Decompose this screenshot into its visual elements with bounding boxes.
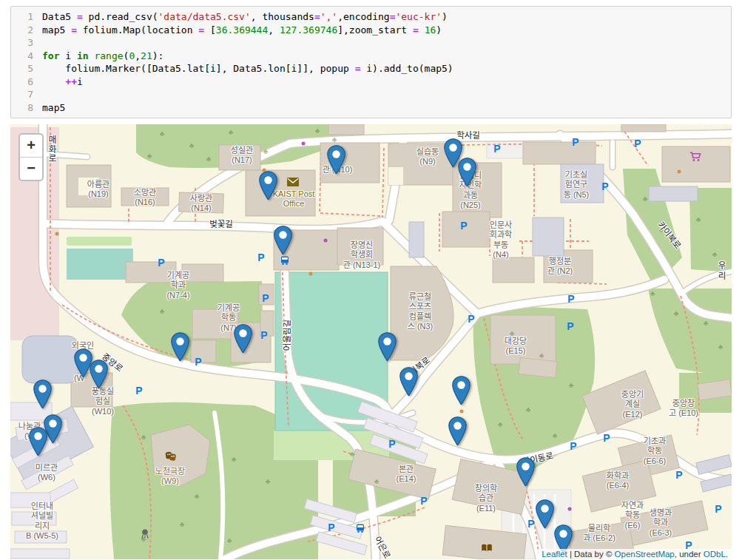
leaflet-link[interactable]: Leaflet: [542, 550, 567, 559]
building-label: KAIST Post Office: [273, 189, 315, 209]
tree-icon: ♣: [206, 155, 212, 163]
poi-dot-icon: [678, 170, 681, 174]
building-label: 생명과 학과 (E6-3): [650, 508, 672, 538]
building-label: 성실관 (N17): [231, 146, 253, 166]
tree-icon: ♣: [141, 433, 146, 441]
building-label: 기계공 학과 (N7-4): [166, 271, 189, 300]
tree-icon: ♣: [195, 492, 200, 500]
building-label: 사랑관 (N14): [190, 194, 212, 214]
tree-icon: ♣: [232, 455, 237, 463]
building-label: 장영신 학생회 관 (N13-1): [343, 240, 380, 270]
tree-icon: ♣: [165, 468, 170, 476]
parking-icon: P: [601, 181, 608, 192]
poi-dot-icon: [324, 239, 328, 243]
tree-icon: ♣: [526, 405, 531, 414]
code-line: 6 ++i: [11, 75, 731, 89]
mail-icon: [287, 178, 299, 186]
map-marker[interactable]: [259, 171, 277, 204]
cart-icon: [689, 152, 701, 162]
map-marker[interactable]: [516, 457, 535, 490]
parking-icon: P: [158, 257, 164, 269]
tree-icon: ♣: [230, 309, 235, 317]
map-marker[interactable]: [452, 376, 471, 409]
bus-icon: [355, 523, 365, 533]
building-label: 아름관 (N19): [87, 180, 109, 200]
book-icon: [481, 544, 493, 553]
map-marker[interactable]: [234, 324, 252, 357]
tree-icon: ♣: [539, 351, 544, 360]
map-marker[interactable]: [29, 427, 47, 460]
parking-icon: P: [675, 469, 682, 481]
map-marker[interactable]: [458, 158, 476, 191]
parking-icon: P: [388, 438, 395, 450]
parking-icon: P: [195, 356, 201, 368]
map-marker[interactable]: [274, 226, 292, 259]
parking-icon: P: [420, 495, 427, 507]
building-label: 인문사 회과학 부동 (N4): [490, 220, 512, 260]
map-marker[interactable]: [399, 367, 418, 400]
notebook-page: 1Data5 = pd.read_csv('data/data5.csv', t…: [0, 0, 742, 560]
map-marker[interactable]: [33, 379, 52, 413]
poi-dot-icon: [460, 410, 464, 414]
parking-icon: P: [572, 136, 579, 148]
road-label: 어은로: [372, 535, 392, 559]
poi-dot-icon: [568, 507, 572, 511]
building-label: 물리학 과 (E6-2): [583, 524, 615, 544]
tree-icon: ♣: [498, 420, 503, 428]
map-marker[interactable]: [327, 145, 345, 178]
notebook-code-cell[interactable]: 1Data5 = pd.read_csv('data/data5.csv', t…: [10, 6, 732, 118]
tree-icon: ♣: [315, 126, 320, 135]
zoom-out-button[interactable]: −: [20, 158, 42, 180]
building-label: 류근철 스포츠 컴플렉 스 (N3): [408, 292, 434, 332]
code-line: 7: [11, 88, 731, 101]
tree-icon: ♣: [332, 135, 337, 144]
map-marker[interactable]: [536, 499, 554, 533]
parking-icon: P: [460, 220, 467, 232]
zoom-in-button[interactable]: +: [20, 135, 42, 158]
map-overlays: 학사길매화로벚꽃길중앙로카이북로카이북로카이동로어울림길우리어은로아름관 (N1…: [10, 124, 732, 559]
poi-dot-icon: [55, 232, 59, 236]
openstreetmap-link[interactable]: OpenStreetMap: [615, 550, 675, 559]
tree-icon: ♣: [704, 319, 709, 327]
bbq-icon: [140, 529, 150, 539]
folium-map[interactable]: 학사길매화로벚꽃길중앙로카이북로카이북로카이동로어울림길우리어은로아름관 (N1…: [10, 124, 732, 559]
parking-icon: P: [468, 313, 474, 325]
parking-icon: P: [603, 432, 610, 444]
code-line: 1Data5 = pd.read_csv('data/data5.csv', t…: [11, 10, 731, 24]
attribution-text: | Data by ©: [567, 550, 615, 559]
tree-icon: ♣: [712, 250, 718, 258]
parking-icon: P: [570, 440, 576, 452]
map-marker[interactable]: [171, 332, 189, 365]
tree-icon: ♣: [180, 520, 185, 528]
map-marker[interactable]: [378, 332, 397, 365]
tree-icon: ♣: [674, 309, 679, 317]
tree-icon: ♣: [374, 477, 380, 485]
tree-icon: ♣: [650, 289, 655, 297]
road-label: 우리: [718, 260, 727, 281]
tree-icon: ♣: [263, 147, 269, 155]
tree-icon: ♣: [227, 536, 232, 544]
masks-icon: [166, 452, 177, 462]
tree-icon: ♣: [189, 141, 195, 149]
tree-icon: ♣: [229, 128, 234, 136]
building-label: 창의학 습관 (E11): [475, 484, 497, 513]
parking-icon: P: [634, 138, 641, 149]
tree-icon: ♣: [266, 477, 271, 485]
building-label: 자연과 학동 (E6): [621, 501, 644, 530]
map-marker[interactable]: [90, 360, 108, 393]
parking-icon: P: [567, 293, 574, 305]
parking-icon: P: [567, 320, 573, 332]
building-label: 대강당 (E15): [505, 337, 527, 357]
odbl-link[interactable]: ODbL: [704, 550, 726, 559]
tree-icon: ♣: [569, 381, 574, 389]
building-label: 미르관 (W6): [36, 463, 58, 483]
map-marker[interactable]: [448, 416, 467, 450]
attribution-text: , under: [675, 550, 704, 559]
building-label: 중앙창 고 (E10): [669, 399, 698, 419]
tree-icon: ♣: [510, 329, 515, 337]
road-label: 어울림길: [282, 320, 292, 351]
parking-icon: P: [257, 252, 264, 263]
parking-icon: P: [493, 143, 500, 155]
building-label: 노천극장 (W9): [155, 467, 185, 487]
code-line: 3: [11, 36, 731, 50]
